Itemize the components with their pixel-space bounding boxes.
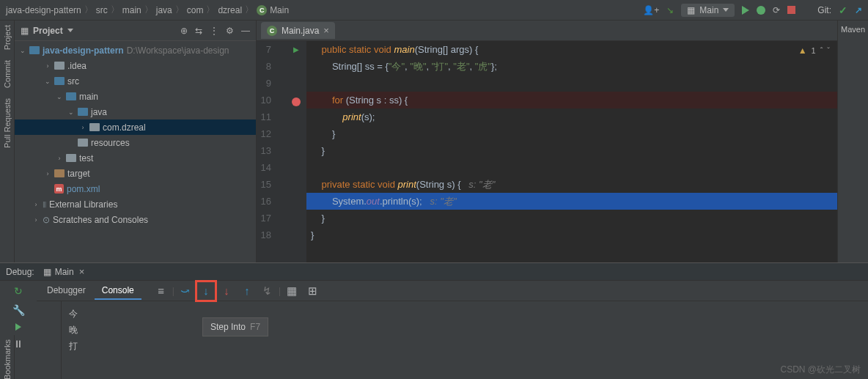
sidebar-pull-requests[interactable]: Pull Requests (3, 98, 12, 148)
tree-row[interactable]: ›.idea (15, 58, 256, 73)
tree-label: main (79, 92, 98, 102)
tree-row[interactable]: ›⫴External Libraries (15, 196, 256, 212)
inspection-summary[interactable]: ▲ 1 ˆˇ (798, 45, 830, 56)
stop-button[interactable] (787, 6, 795, 14)
tree-row[interactable]: ›⊙Scratches and Consoles (15, 212, 256, 227)
code-editor[interactable]: 789101112131415161718 ▶ public static vo… (257, 41, 837, 262)
crumb[interactable]: java (156, 5, 172, 15)
folder-blue-icon (78, 108, 88, 116)
folder-orange-icon (54, 169, 65, 177)
project-title: Project (33, 26, 63, 36)
close-tab-icon[interactable]: × (323, 25, 329, 36)
threads-icon[interactable]: ≡ (152, 282, 171, 301)
tree-row[interactable]: ›com.dzreal (15, 119, 256, 135)
settings-icon[interactable]: ⚙ (226, 26, 234, 36)
folder-icon (78, 139, 88, 147)
tree-label: Scratches and Consoles (53, 215, 148, 225)
select-file-icon[interactable]: ⊕ (180, 26, 188, 36)
add-user-icon[interactable]: 👤+ (643, 5, 659, 15)
rerun-button[interactable]: ↻ (14, 285, 23, 297)
crumb[interactable]: com (187, 5, 204, 15)
modify-run-icon[interactable]: 🔧 (12, 304, 25, 316)
crumb[interactable]: src (96, 5, 108, 15)
build-icon[interactable]: ↘ (666, 5, 674, 15)
lib-icon: ⫴ (43, 199, 46, 210)
tree-row[interactable]: resources (15, 135, 256, 150)
debug-button[interactable] (757, 6, 765, 15)
project-tree[interactable]: ⌄ java-design-pattern D:\Workspace\java-… (15, 41, 256, 262)
step-into-button[interactable]: ↓ (196, 282, 216, 301)
tree-label: com.dzreal (103, 122, 146, 133)
crumb[interactable]: Main (270, 5, 289, 15)
tree-row[interactable]: ⌄main (15, 89, 256, 104)
tree-label: src (67, 76, 79, 87)
git-update-icon[interactable]: ✓ (839, 4, 847, 16)
drop-frame-button[interactable]: ↯ (258, 282, 277, 301)
tree-label: resources (91, 138, 130, 148)
trace-button[interactable]: ⊞ (303, 282, 322, 301)
run-button[interactable] (742, 6, 749, 15)
tree-row[interactable]: ⌄java (15, 104, 256, 119)
scratch-icon: ⊙ (43, 215, 50, 225)
m-icon: m (54, 184, 64, 194)
tree-label: test (79, 153, 93, 163)
sidebar-project[interactable]: Project (3, 25, 12, 50)
debug-title: Debug: (6, 267, 34, 277)
sidebar-maven[interactable]: Maven (838, 25, 868, 34)
tree-label: java (91, 107, 107, 117)
tree-label: pom.xml (67, 184, 100, 194)
folder-icon (54, 62, 65, 70)
sidebar-bookmarks[interactable]: Bookmarks (3, 339, 12, 379)
sidebar-commit[interactable]: Commit (3, 60, 12, 88)
debugger-tab[interactable]: Debugger (40, 282, 93, 300)
debug-session-tab[interactable]: ▦Main× (39, 264, 89, 279)
breakpoint-icon[interactable] (292, 97, 301, 106)
step-over-button[interactable]: ⤻ (176, 282, 195, 301)
folder-blue-icon (54, 77, 65, 85)
force-step-into-button[interactable]: ↓ (217, 282, 236, 301)
class-icon: C (257, 5, 267, 15)
divider: ⋮ (210, 26, 218, 36)
folder-icon (89, 123, 100, 131)
console-tab[interactable]: Console (95, 282, 141, 300)
tree-label: target (67, 169, 90, 179)
coverage-button[interactable]: ⟳ (773, 5, 780, 15)
crumb[interactable]: main (122, 5, 141, 15)
warning-icon: ▲ (798, 45, 807, 56)
class-icon: C (267, 26, 277, 36)
tree-label: External Libraries (49, 199, 117, 210)
editor-tab-main[interactable]: C Main.java × (261, 22, 335, 39)
step-out-button[interactable]: ↑ (238, 282, 257, 301)
run-gutter-icon[interactable]: ▶ (293, 45, 299, 54)
crumb[interactable]: dzreal (218, 5, 242, 15)
hide-icon[interactable]: — (241, 26, 250, 36)
console-output[interactable]: 今 晚 打 (62, 301, 868, 379)
tree-root[interactable]: ⌄ java-design-pattern D:\Workspace\java-… (15, 43, 256, 58)
step-into-tooltip: Step IntoF7 (202, 317, 268, 336)
tree-row[interactable]: ›test (15, 150, 256, 166)
tree-row[interactable]: mpom.xml (15, 181, 256, 196)
run-config-selector[interactable]: ▦Main (681, 4, 735, 17)
folder-icon (66, 154, 76, 162)
expand-icon[interactable]: ⇆ (195, 26, 202, 36)
crumb[interactable]: java-design-pattern (6, 5, 81, 15)
folder-blue-icon (66, 92, 76, 100)
pause-button[interactable]: ⏸ (13, 338, 23, 350)
breadcrumb[interactable]: java-design-pattern〉 src〉 main〉 java〉 co… (6, 4, 289, 16)
evaluate-button[interactable]: ▦ (282, 282, 301, 301)
tree-label: .idea (67, 61, 87, 71)
tree-row[interactable]: ⌄src (15, 73, 256, 89)
close-icon[interactable]: × (79, 266, 85, 277)
git-push-icon[interactable]: ↗ (855, 5, 862, 15)
tree-row[interactable]: ›target (15, 166, 256, 181)
git-label: Git: (817, 5, 831, 15)
watermark: CSDN @砍光二叉树 (780, 364, 861, 376)
resume-button[interactable] (15, 323, 21, 331)
